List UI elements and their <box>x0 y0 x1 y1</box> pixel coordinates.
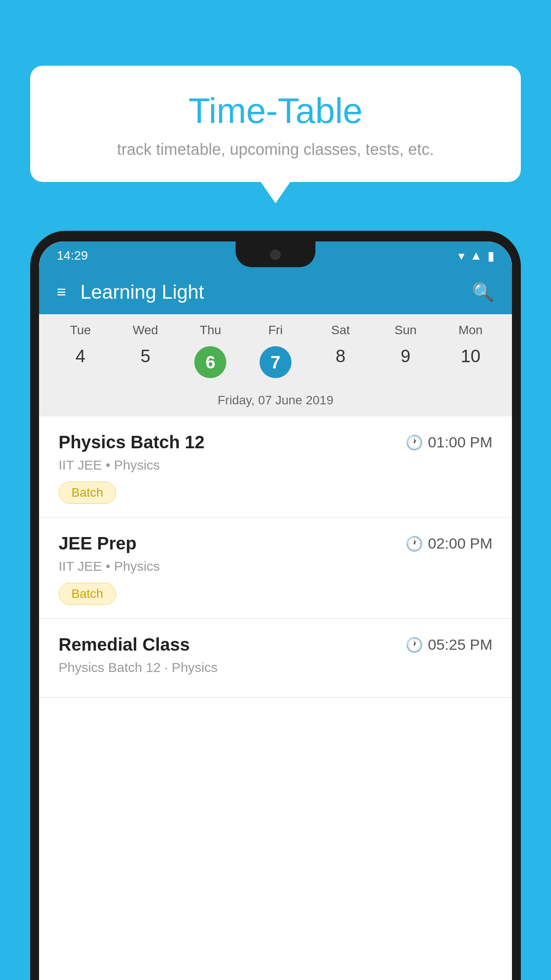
card-header-1: Physics Batch 12 🕐 01:00 PM <box>59 432 492 452</box>
day-headers: Tue Wed Thu Fri Sat Sun Mon <box>39 314 512 342</box>
content-area: Physics Batch 12 🕐 01:00 PM IIT JEE • Ph… <box>39 416 512 698</box>
day-header-wed: Wed <box>113 323 178 337</box>
class-time-1: 🕐 01:00 PM <box>405 434 492 451</box>
day-4[interactable]: 4 <box>48 342 113 383</box>
day-6[interactable]: 6 <box>178 342 243 383</box>
bubble-title: Time-Table <box>57 91 494 131</box>
bubble-subtitle: track timetable, upcoming classes, tests… <box>57 140 494 159</box>
search-icon[interactable]: 🔍 <box>472 282 494 303</box>
class-time-3: 🕐 05:25 PM <box>405 636 492 653</box>
day-10[interactable]: 10 <box>438 342 503 383</box>
day-7[interactable]: 7 <box>243 342 308 383</box>
app-title: Learning Light <box>80 281 472 303</box>
status-time: 14:29 <box>57 249 88 263</box>
speech-bubble: Time-Table track timetable, upcoming cla… <box>30 66 521 182</box>
hamburger-icon[interactable]: ≡ <box>57 283 66 301</box>
phone-wrapper: 14:29 ▾ ▲ ▮ ≡ Learning Light 🔍 Tue Wed T… <box>30 231 521 980</box>
card-header-2: JEE Prep 🕐 02:00 PM <box>59 533 492 553</box>
day-header-sun: Sun <box>373 323 438 337</box>
day-5[interactable]: 5 <box>113 342 178 383</box>
class-card-2[interactable]: JEE Prep 🕐 02:00 PM IIT JEE • Physics Ba… <box>39 518 512 619</box>
class-time-text-2: 02:00 PM <box>428 535 492 552</box>
day-8[interactable]: 8 <box>308 342 373 383</box>
camera <box>270 249 281 260</box>
day-header-sat: Sat <box>308 323 373 337</box>
day-header-fri: Fri <box>243 323 308 337</box>
battery-icon: ▮ <box>488 249 494 263</box>
status-icons: ▾ ▲ ▮ <box>458 249 494 263</box>
phone-screen: 14:29 ▾ ▲ ▮ ≡ Learning Light 🔍 Tue Wed T… <box>39 241 512 980</box>
class-name-1: Physics Batch 12 <box>59 432 205 452</box>
app-bar: ≡ Learning Light 🔍 <box>39 270 512 314</box>
class-time-text-1: 01:00 PM <box>428 434 492 451</box>
class-time-2: 🕐 02:00 PM <box>405 535 492 552</box>
day-header-mon: Mon <box>438 323 503 337</box>
selected-date-label: Friday, 07 June 2019 <box>39 390 512 416</box>
class-details-3: Physics Batch 12 · Physics <box>59 660 492 675</box>
class-time-text-3: 05:25 PM <box>428 636 492 653</box>
speech-bubble-container: Time-Table track timetable, upcoming cla… <box>30 66 521 182</box>
class-name-3: Remedial Class <box>59 635 190 655</box>
day-header-tue: Tue <box>48 323 113 337</box>
class-details-2: IIT JEE • Physics <box>59 559 492 574</box>
wifi-icon: ▾ <box>458 249 464 263</box>
batch-badge-1: Batch <box>59 482 116 504</box>
day-9[interactable]: 9 <box>373 342 438 383</box>
calendar-section: Tue Wed Thu Fri Sat Sun Mon 4 5 6 7 8 9 … <box>39 314 512 416</box>
phone-frame: 14:29 ▾ ▲ ▮ ≡ Learning Light 🔍 Tue Wed T… <box>30 231 521 980</box>
class-name-2: JEE Prep <box>59 533 137 553</box>
card-header-3: Remedial Class 🕐 05:25 PM <box>59 635 492 655</box>
signal-icon: ▲ <box>470 249 482 263</box>
class-details-1: IIT JEE • Physics <box>59 458 492 473</box>
day-numbers: 4 5 6 7 8 9 10 <box>39 342 512 390</box>
class-card-3[interactable]: Remedial Class 🕐 05:25 PM Physics Batch … <box>39 619 512 698</box>
batch-badge-2: Batch <box>59 583 116 605</box>
clock-icon-3: 🕐 <box>405 636 423 653</box>
day-header-thu: Thu <box>178 323 243 337</box>
clock-icon-1: 🕐 <box>405 434 423 451</box>
class-card-1[interactable]: Physics Batch 12 🕐 01:00 PM IIT JEE • Ph… <box>39 416 512 518</box>
clock-icon-2: 🕐 <box>405 535 423 552</box>
phone-notch <box>236 241 315 267</box>
